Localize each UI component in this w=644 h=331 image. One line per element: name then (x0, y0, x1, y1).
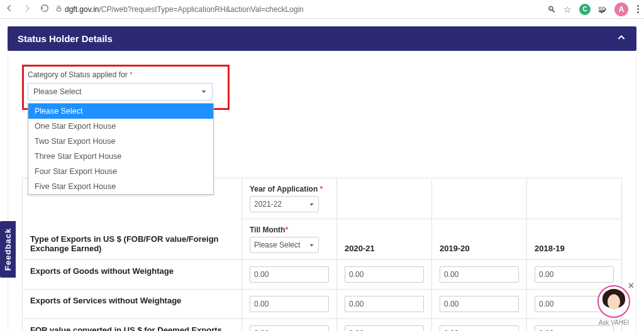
category-option[interactable]: One Star Export House (28, 119, 213, 134)
category-select-value: Please Select (33, 87, 81, 96)
row-label: Exports of Services without Weightage (23, 290, 242, 319)
back-icon[interactable] (5, 4, 14, 14)
row-label: Exports of Goods without Weightage (23, 260, 242, 290)
panel-header[interactable]: Status Holder Details (8, 26, 636, 51)
url-host: dgft.gov.in (65, 5, 99, 14)
table-row: Exports of Goods without Weightage (23, 260, 622, 290)
svg-marker-2 (310, 203, 314, 205)
year-header-1: 2020-21 (345, 244, 375, 253)
value-input[interactable] (345, 266, 424, 283)
till-month-select[interactable]: Please Select (250, 237, 319, 253)
category-option[interactable]: Please Select (28, 104, 213, 119)
extensions-icon[interactable]: 🧩︎ (598, 4, 607, 14)
required-icon: * (130, 70, 133, 79)
year-header-3: 2018-19 (535, 244, 565, 253)
close-icon[interactable]: × (628, 280, 634, 291)
address-bar[interactable]: dgft.gov.in/CP/web?requestType=Applicati… (55, 5, 304, 14)
feedback-tab[interactable]: Feedback (0, 221, 16, 278)
chrome-toolbar: dgft.gov.in/CP/web?requestType=Applicati… (0, 0, 644, 19)
value-input[interactable] (250, 266, 329, 283)
panel-title: Status Holder Details (18, 33, 113, 44)
svg-marker-1 (202, 90, 206, 93)
table-row: Exports of Services without Weightage (23, 290, 622, 319)
value-input[interactable] (440, 296, 519, 312)
vahei-avatar-icon[interactable] (597, 285, 630, 318)
url-path: /CP/web?requestType=ApplicationRH&action… (99, 5, 303, 14)
category-label: Category of Status applied for * (26, 70, 221, 79)
chevron-up-icon[interactable] (616, 33, 626, 45)
row-label: FOR value converted in US $ for Deemed E… (23, 319, 242, 332)
value-input[interactable] (250, 296, 329, 312)
category-select[interactable]: Please Select (28, 83, 213, 100)
forward-icon[interactable] (23, 4, 31, 14)
lock-icon (55, 5, 62, 14)
zoom-icon[interactable]: 🔍︎ (547, 4, 556, 14)
category-of-status-block: Category of Status applied for * Please … (22, 65, 230, 110)
reload-icon[interactable] (40, 4, 49, 14)
bookmark-icon[interactable]: ☆ (564, 4, 572, 14)
extension-badge[interactable]: C (579, 4, 591, 15)
year-header-2: 2019-20 (440, 244, 470, 253)
vahei-label: Ask VAHEI (597, 319, 630, 326)
panel-body: Category of Status applied for * Please … (8, 51, 636, 331)
chevron-down-icon (309, 202, 314, 207)
value-input[interactable] (345, 296, 424, 312)
value-input[interactable] (440, 325, 519, 331)
chevron-down-icon (309, 242, 314, 248)
ask-vahei-widget[interactable]: × Ask VAHEI (597, 285, 630, 326)
category-dropdown: Please SelectOne Star Export HouseTwo St… (28, 103, 214, 195)
value-input[interactable] (345, 325, 424, 331)
category-option[interactable]: Three Star Export House (28, 149, 213, 164)
exports-table: Type of Exports in US $ (FOB/FOR value/F… (22, 178, 622, 331)
category-option[interactable]: Two Star Export House (28, 134, 213, 149)
kebab-menu-icon[interactable] (637, 5, 639, 13)
chevron-down-icon (201, 89, 207, 95)
category-option[interactable]: Five Star Export House (28, 179, 213, 194)
till-month-label: Till Month* (250, 225, 329, 234)
value-input[interactable] (250, 325, 329, 331)
value-input[interactable] (440, 266, 519, 283)
year-of-application-select[interactable]: 2021-22 (250, 196, 319, 212)
svg-rect-0 (57, 8, 60, 11)
type-exports-header: Type of Exports in US $ (FOB/FOR value/F… (30, 234, 219, 253)
table-row: FOR value converted in US $ for Deemed E… (23, 319, 622, 332)
value-input[interactable] (535, 325, 614, 331)
value-input[interactable] (535, 266, 614, 283)
profile-avatar[interactable]: A (614, 3, 628, 16)
year-of-application-label: Year of Application * (250, 185, 329, 193)
category-option[interactable]: Four Star Export House (28, 164, 213, 179)
svg-marker-3 (310, 244, 314, 246)
